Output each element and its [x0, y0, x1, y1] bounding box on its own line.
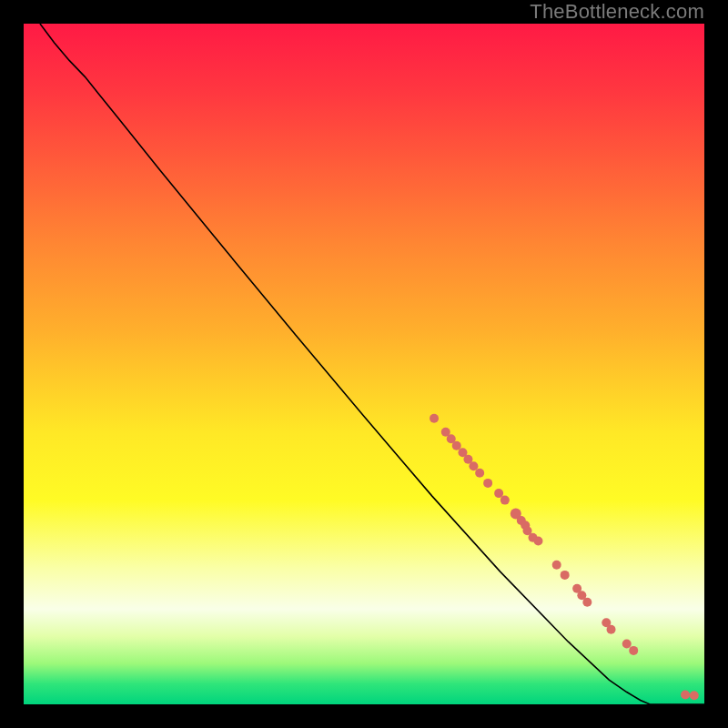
chart-marker: [582, 598, 592, 607]
chart-marker: [475, 469, 484, 478]
chart-marker: [690, 691, 699, 700]
chart-marker: [430, 414, 439, 423]
chart-marker: [533, 536, 542, 545]
chart-marker: [483, 479, 492, 488]
chart-marker: [561, 571, 570, 580]
attribution-text: TheBottleneck.com: [530, 0, 704, 24]
chart-line: [40, 24, 704, 704]
chart-marker: [629, 646, 638, 655]
chart-marker: [494, 489, 503, 498]
chart-svg: [24, 24, 704, 704]
chart-marker: [552, 561, 561, 570]
chart-marker: [452, 441, 461, 450]
chart-marker: [681, 691, 690, 700]
chart-marker: [500, 496, 510, 505]
chart-marker: [622, 639, 632, 648]
chart-marker: [469, 461, 478, 470]
chart-plot-area: [24, 24, 704, 704]
chart-marker: [607, 625, 616, 634]
